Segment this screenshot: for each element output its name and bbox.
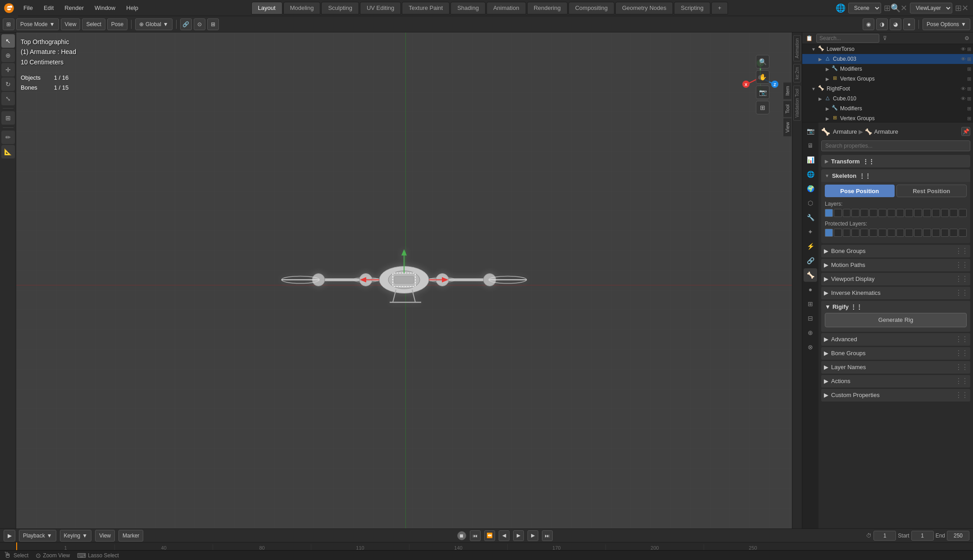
- keying-menu[interactable]: Keying ▼: [60, 530, 92, 542]
- menu-render[interactable]: Render: [59, 0, 89, 16]
- timeline-menu-icon[interactable]: ▶: [4, 530, 15, 542]
- select-menu[interactable]: Select: [82, 18, 105, 30]
- npanel-tab-view[interactable]: View: [783, 118, 792, 137]
- player-btn-9[interactable]: [905, 229, 913, 237]
- outliner-settings[interactable]: ⚙: [964, 35, 969, 41]
- record-btn[interactable]: ⏹: [457, 531, 466, 540]
- rigify-header[interactable]: ▼ Rigify ⋮⋮: [825, 303, 967, 310]
- prop-tab-constraints[interactable]: 🔗: [804, 254, 817, 267]
- outliner-item-lowertorso[interactable]: 🦴 LowerTorso 👁 ⊞: [802, 44, 973, 54]
- player-btn-13[interactable]: [941, 229, 949, 237]
- section-viewport-display-collapsed[interactable]: ▶ Viewport Display ⋮⋮: [821, 273, 970, 285]
- player-btn-5[interactable]: [869, 229, 878, 237]
- step-back-btn[interactable]: ⏪: [484, 530, 495, 541]
- player-btn-2[interactable]: [843, 229, 851, 237]
- tab-layout[interactable]: Layout: [251, 2, 282, 14]
- grid-view-btn[interactable]: ⊞: [756, 101, 769, 114]
- marker-menu[interactable]: Marker: [118, 530, 143, 542]
- outliner-item-vgroup2[interactable]: ⊞ Vertex Groups ⊞: [802, 113, 973, 122]
- tool-cursor[interactable]: ⊕: [1, 49, 15, 62]
- section-actions-collapsed[interactable]: ▶ Actions ⋮⋮: [821, 375, 970, 388]
- viewport-icon-btn[interactable]: ⊞: [3, 18, 14, 30]
- prop-search-input[interactable]: [821, 140, 970, 151]
- add-workspace-btn[interactable]: +: [711, 2, 728, 14]
- layer-btn-14[interactable]: [950, 209, 958, 217]
- outliner-search[interactable]: [816, 34, 879, 43]
- tool-annotate[interactable]: ✏: [1, 131, 15, 144]
- tab-uv-editing[interactable]: UV Editing: [360, 2, 401, 14]
- player-btn-15[interactable]: [959, 229, 967, 237]
- prop-tab-scene[interactable]: 🌐: [804, 167, 817, 181]
- layer-btn-15[interactable]: [959, 209, 967, 217]
- prop-tab-object[interactable]: ⬡: [804, 196, 817, 210]
- play-btn[interactable]: ▶: [513, 530, 524, 541]
- prop-tab-particles[interactable]: ✦: [804, 225, 817, 239]
- layer-btn-7[interactable]: [887, 209, 896, 217]
- snap-icon-btn[interactable]: 🔗: [180, 18, 192, 30]
- section-ik-collapsed[interactable]: ▶ Inverse Kinematics ⋮⋮: [821, 287, 970, 299]
- prop-tab-output[interactable]: 🖥: [804, 139, 817, 152]
- tab-compositing[interactable]: Compositing: [568, 2, 614, 14]
- pose-menu[interactable]: Pose: [107, 18, 127, 30]
- step-fwd-btn[interactable]: ▶: [527, 530, 538, 541]
- generate-rig-btn[interactable]: Generate Rig: [825, 313, 967, 327]
- camera-view-btn[interactable]: 🔍: [756, 55, 769, 68]
- player-btn-8[interactable]: [896, 229, 905, 237]
- layer-btn-9[interactable]: [905, 209, 913, 217]
- tab-sculpting[interactable]: Sculpting: [321, 2, 359, 14]
- prop-tab-view-layer[interactable]: 📊: [804, 153, 817, 167]
- strip-ke2m[interactable]: ke:2m: [793, 64, 801, 82]
- layer-btn-5[interactable]: [869, 209, 878, 217]
- section-motion-paths-collapsed[interactable]: ▶ Motion Paths ⋮⋮: [821, 259, 970, 271]
- layer-btn-6[interactable]: [878, 209, 887, 217]
- outliner-item-vgroup1[interactable]: ⊞ Vertex Groups ⊞: [802, 74, 973, 84]
- section-bone-groups2-collapsed[interactable]: ▶ Bone Groups ⋮⋮: [821, 347, 970, 360]
- pivot-selector[interactable]: ⊕ Global ▼: [135, 18, 173, 30]
- prop-pin-btn[interactable]: 📌: [961, 127, 970, 136]
- menu-help[interactable]: Help: [121, 0, 144, 16]
- layer-btn-8[interactable]: [896, 209, 905, 217]
- tab-modeling[interactable]: Modeling: [283, 2, 321, 14]
- layer-btn-4[interactable]: [860, 209, 868, 217]
- section-bone-groups-collapsed[interactable]: ▶ Bone Groups ⋮⋮: [821, 245, 970, 257]
- current-frame-input[interactable]: [873, 531, 896, 541]
- prop-tab-extra2[interactable]: ⊟: [804, 312, 817, 325]
- timeline-view-menu[interactable]: View: [95, 530, 115, 542]
- player-btn-3[interactable]: [851, 229, 859, 237]
- player-btn-6[interactable]: [878, 229, 887, 237]
- proportional-icon-btn[interactable]: ⊙: [194, 18, 205, 30]
- tool-measure[interactable]: 📐: [1, 145, 15, 158]
- outliner-item-cube010[interactable]: △ Cube.010 👁 ⊞: [802, 94, 973, 104]
- tool-select[interactable]: ↖: [1, 34, 15, 48]
- tab-geometry-nodes[interactable]: Geometry Nodes: [615, 2, 673, 14]
- online-icon[interactable]: 🌐: [836, 3, 846, 13]
- outliner-item-cube003[interactable]: △ Cube.003 👁 ⊞: [802, 54, 973, 64]
- scene-selector[interactable]: Scene: [848, 3, 881, 14]
- player-btn-12[interactable]: [932, 229, 940, 237]
- player-btn-4[interactable]: [860, 229, 868, 237]
- transform-options[interactable]: ⋮⋮: [863, 158, 874, 165]
- tab-texture-paint[interactable]: Texture Paint: [402, 2, 450, 14]
- playback-menu[interactable]: Playback ▼: [19, 530, 56, 542]
- player-btn-1[interactable]: [834, 229, 842, 237]
- prop-tab-material[interactable]: ●: [804, 283, 817, 296]
- viewport-3d[interactable]: Top Orthographic (1) Armature : Head 10 …: [16, 32, 792, 528]
- section-layer-names-collapsed[interactable]: ▶ Layer Names ⋮⋮: [821, 361, 970, 374]
- player-btn-14[interactable]: [950, 229, 958, 237]
- pose-position-btn[interactable]: Pose Position: [825, 185, 895, 197]
- menu-edit[interactable]: Edit: [38, 0, 59, 16]
- viewport-shade-4[interactable]: ●: [903, 18, 915, 30]
- tool-transform[interactable]: ⊞: [1, 111, 15, 125]
- skip-to-start-btn[interactable]: ⏮: [470, 530, 481, 541]
- player-btn-11[interactable]: [923, 229, 931, 237]
- mode-selector[interactable]: Pose Mode ▼: [16, 18, 59, 30]
- viewport-shade-2[interactable]: ◑: [876, 18, 888, 30]
- prop-tab-data[interactable]: 🦴: [804, 268, 817, 282]
- layer-btn-12[interactable]: [932, 209, 940, 217]
- prop-tab-physics[interactable]: ⚡: [804, 239, 817, 253]
- tool-scale[interactable]: ⤡: [1, 92, 15, 105]
- menu-window[interactable]: Window: [89, 0, 121, 16]
- prop-tab-world[interactable]: 🌍: [804, 182, 817, 195]
- npanel-tab-item[interactable]: Item: [783, 82, 792, 99]
- strip-validation[interactable]: Validation Tool: [793, 86, 801, 121]
